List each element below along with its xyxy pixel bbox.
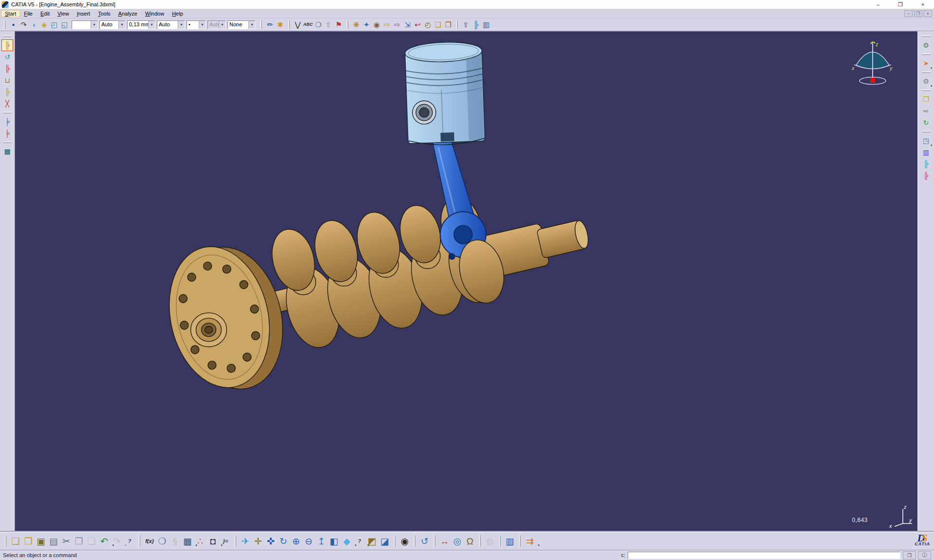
- tree-expand-icon[interactable]: ╞: [2, 116, 13, 127]
- zoom-out-icon[interactable]: ⊖: [302, 535, 315, 547]
- catalog-browser-icon[interactable]: ▥: [504, 535, 516, 547]
- toolbar-grip[interactable]: [922, 131, 931, 132]
- knowledge-icon[interactable]: §: [168, 535, 181, 547]
- layer-combo[interactable]: None▾: [227, 20, 256, 29]
- annotation-bubble-icon[interactable]: ❍: [313, 19, 323, 30]
- toolbar-grip[interactable]: [922, 36, 931, 37]
- line-type-dropdown-arrow[interactable]: ▾: [178, 21, 185, 29]
- minimize-button[interactable]: –: [867, 0, 889, 9]
- mass-properties-icon[interactable]: Ω: [464, 535, 476, 547]
- toolbar-grip[interactable]: [235, 535, 236, 547]
- constraints-icon[interactable]: ⇉▾: [523, 535, 536, 547]
- toolbar-grip[interactable]: [922, 72, 931, 73]
- line-weight-combo[interactable]: 0,13 mm▾: [127, 20, 155, 29]
- menu-start[interactable]: Start: [1, 10, 20, 17]
- toolbar-grip[interactable]: [456, 20, 458, 29]
- toolbar-grip[interactable]: [3, 142, 12, 143]
- iso-box-2-icon[interactable]: ◱: [59, 19, 70, 30]
- camera-capture-icon[interactable]: ◉: [398, 535, 411, 547]
- line-color-combo[interactable]: Auto▾: [99, 20, 126, 29]
- apply-material-arrow-icon[interactable]: ⇧: [323, 19, 334, 30]
- menu-file[interactable]: File: [20, 10, 37, 17]
- toolbar-grip[interactable]: [394, 535, 395, 547]
- render-style-edges-icon[interactable]: ◪: [378, 535, 391, 547]
- toolbar-grip[interactable]: [499, 535, 501, 547]
- doc-export-icon[interactable]: ⇨: [392, 19, 402, 30]
- update-all-icon[interactable]: ⚙: [921, 40, 932, 51]
- menu-insert[interactable]: Insert: [73, 10, 94, 17]
- restore-pane-button[interactable]: ❐: [903, 551, 916, 560]
- doc-sparkle-icon[interactable]: ✦: [361, 19, 372, 30]
- doc-locked-icon[interactable]: ❑: [433, 19, 443, 30]
- iso-box-1-icon[interactable]: ◰: [49, 19, 59, 30]
- formula-icon[interactable]: f(x): [143, 535, 156, 547]
- database-tree-icon[interactable]: ⊔: [2, 75, 13, 86]
- tree-idea-icon[interactable]: ╠: [2, 87, 13, 97]
- doc-versions-icon[interactable]: ◴: [423, 19, 433, 30]
- doc-import-icon[interactable]: ⇨: [382, 19, 392, 30]
- close-button[interactable]: ×: [912, 0, 934, 9]
- design-table-icon[interactable]: ▦▾: [181, 535, 194, 547]
- undo-icon[interactable]: ↶▾: [98, 535, 111, 547]
- session-save-icon[interactable]: ⇪: [461, 19, 471, 30]
- broken-links-icon[interactable]: ╳: [2, 98, 13, 109]
- line-color-dropdown-arrow[interactable]: ▾: [118, 21, 125, 29]
- menu-window[interactable]: Window: [141, 10, 168, 17]
- save-icon[interactable]: ▣: [35, 535, 47, 547]
- restore-button[interactable]: ❐: [889, 0, 912, 9]
- anchor-dot-icon[interactable]: ▪: [8, 19, 19, 30]
- prism-icon[interactable]: ◈: [39, 19, 49, 30]
- flag-note-icon[interactable]: ⚑: [334, 19, 344, 30]
- select-icon[interactable]: ➤▾: [921, 58, 932, 69]
- print-icon[interactable]: ▤: [47, 535, 60, 547]
- document-close-button[interactable]: ×: [924, 10, 932, 17]
- catalog-book-icon[interactable]: ▥: [921, 147, 932, 158]
- normal-view-icon[interactable]: ↥: [315, 535, 328, 547]
- toolbar-grip[interactable]: [347, 20, 348, 29]
- compass-tool-icon[interactable]: ◍: [484, 535, 496, 547]
- toolbar-grip[interactable]: [3, 36, 12, 37]
- paste-component-icon[interactable]: ❒: [921, 94, 932, 105]
- pan-icon[interactable]: ✜: [264, 535, 277, 547]
- doc-search-icon[interactable]: ◉: [372, 19, 382, 30]
- point-symbol-dropdown-arrow[interactable]: ▾: [199, 21, 205, 29]
- redo-icon[interactable]: ↷▾: [111, 535, 123, 547]
- toolbar-grip[interactable]: [479, 535, 481, 547]
- point-color-dropdown-arrow[interactable]: ▾: [219, 21, 225, 29]
- toolbar-grip[interactable]: [3, 112, 12, 113]
- line-style-combo[interactable]: ▾: [72, 20, 98, 29]
- toolbar-grip[interactable]: [922, 54, 931, 55]
- tree-structure-a-icon[interactable]: ╠: [921, 159, 932, 169]
- line-weight-dropdown-arrow[interactable]: ▾: [148, 21, 155, 29]
- named-views-icon[interactable]: ?▾: [353, 535, 366, 547]
- 3d-viewport[interactable]: x y z 0,643 z y x: [15, 31, 918, 532]
- line-type-combo[interactable]: Auto▾: [157, 20, 185, 29]
- toolbar-grip[interactable]: [288, 20, 290, 29]
- whats-this-icon[interactable]: ?: [123, 535, 136, 547]
- open-icon[interactable]: ❒: [22, 535, 35, 547]
- menu-view[interactable]: View: [54, 10, 73, 17]
- toolbar-grip[interactable]: [414, 535, 415, 547]
- fly-mode-icon[interactable]: ✈: [239, 535, 252, 547]
- reuse-component-icon[interactable]: ↻: [921, 117, 932, 128]
- paintbrush-icon[interactable]: ✏: [265, 19, 275, 30]
- update-tree-icon[interactable]: ↺: [2, 52, 13, 62]
- toolbar-grip[interactable]: [922, 90, 931, 91]
- spray-box-icon[interactable]: ◳▾: [921, 135, 932, 146]
- graph-filter-icon[interactable]: ▩: [2, 146, 13, 157]
- command-input[interactable]: [628, 552, 900, 559]
- piston-part[interactable]: [405, 41, 485, 146]
- rotate-icon[interactable]: ↻: [277, 535, 290, 547]
- toolbar-grip[interactable]: [261, 20, 262, 29]
- undo-curve-icon[interactable]: ↷: [19, 19, 29, 30]
- product-structure-icon[interactable]: ╠: [2, 40, 13, 51]
- menu-analyze[interactable]: Analyze: [114, 10, 141, 17]
- info-button[interactable]: ⓘ: [918, 551, 931, 560]
- document-minimize-button[interactable]: –: [904, 10, 913, 17]
- toolbar-grip[interactable]: [4, 20, 5, 29]
- tree-structure-b-icon[interactable]: ╠: [921, 170, 932, 181]
- selection-sets-icon[interactable]: ⚙▾: [921, 76, 932, 87]
- cut-icon[interactable]: ✂: [60, 535, 73, 547]
- doc-publish-icon[interactable]: ▥: [481, 19, 491, 30]
- text-check-icon[interactable]: ABC: [303, 19, 313, 30]
